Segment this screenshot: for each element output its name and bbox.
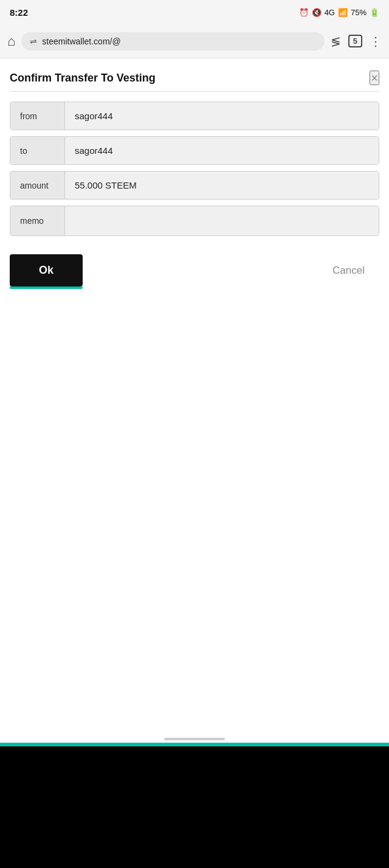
battery-icon: 🔋 <box>370 8 379 17</box>
tab-count[interactable]: 5 <box>348 35 362 47</box>
content-area <box>0 286 389 591</box>
amount-row: amount 55.000 STEEM <box>10 171 379 200</box>
to-label: to <box>10 137 65 164</box>
amount-label: amount <box>10 172 65 199</box>
from-value: sagor444 <box>65 102 379 130</box>
scroll-indicator <box>164 738 225 740</box>
dialog-container: Confirm Transfer To Vesting × from sagor… <box>0 58 389 286</box>
cancel-button[interactable]: Cancel <box>318 255 379 286</box>
alarm-icon: ⏰ <box>299 8 309 17</box>
battery-level: 75% <box>351 8 367 17</box>
to-row: to sagor444 <box>10 136 379 165</box>
dialog-header: Confirm Transfer To Vesting × <box>10 58 379 92</box>
browser-bar: ⌂ ⇌ steemitwallet.com/@ ≶ 5 ⋮ <box>0 24 389 58</box>
url-text: steemitwallet.com/@ <box>42 36 120 46</box>
close-button[interactable]: × <box>370 71 379 85</box>
ok-button[interactable]: Ok <box>10 254 83 286</box>
memo-label: memo <box>10 206 65 235</box>
status-icons: ⏰ 🔇 4G 📶 75% 🔋 <box>299 8 379 17</box>
browser-actions: ≶ 5 ⋮ <box>331 34 382 49</box>
url-bar[interactable]: ⇌ steemitwallet.com/@ <box>21 32 324 50</box>
mute-icon: 🔇 <box>312 8 322 17</box>
memo-row: memo <box>10 206 379 236</box>
menu-button[interactable]: ⋮ <box>370 34 382 49</box>
signal-icon: 4G <box>325 8 335 17</box>
status-time: 8:22 <box>10 7 28 18</box>
to-value: sagor444 <box>65 137 379 164</box>
url-indicator-icon: ⇌ <box>30 36 37 46</box>
amount-value: 55.000 STEEM <box>65 172 379 199</box>
black-bottom-bar <box>0 746 389 868</box>
button-row: Ok Cancel <box>10 254 379 286</box>
memo-value[interactable] <box>65 206 379 235</box>
dialog-title: Confirm Transfer To Vesting <box>10 72 156 85</box>
home-button[interactable]: ⌂ <box>7 33 15 49</box>
from-label: from <box>10 102 65 130</box>
from-row: from sagor444 <box>10 102 379 130</box>
form-section: from sagor444 to sagor444 amount 55.000 … <box>10 102 379 236</box>
signal-bars-icon: 📶 <box>338 8 348 17</box>
status-bar: 8:22 ⏰ 🔇 4G 📶 75% 🔋 <box>0 0 389 24</box>
share-button[interactable]: ≶ <box>331 34 341 49</box>
